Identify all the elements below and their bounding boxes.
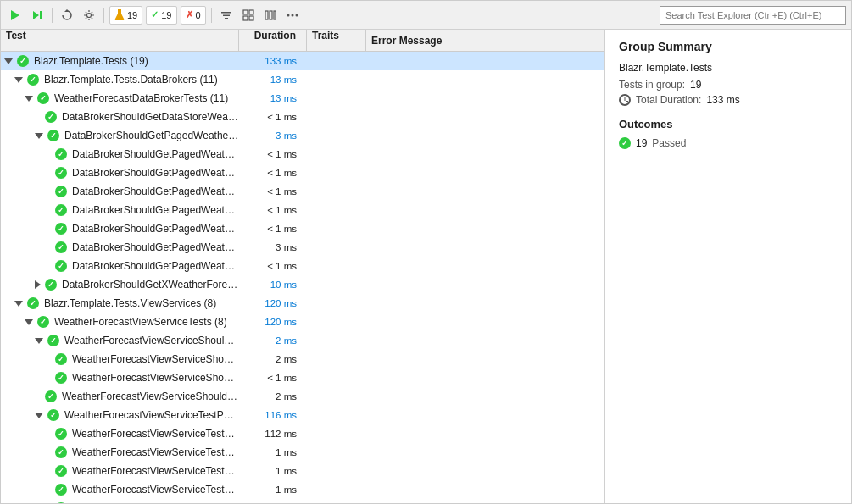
pass-icon [47, 130, 59, 141]
test-row[interactable]: WeatherForecastViewServiceShouldGetPaged… [1, 350, 604, 368]
run-button[interactable] [28, 6, 47, 25]
duration-cell: 116 ms [239, 410, 307, 420]
test-row[interactable]: WeatherForecastViewServiceTestPagingAsyn… [1, 499, 604, 503]
duration-cell: < 1 ms [239, 168, 307, 178]
test-row[interactable]: Blazr.Template.Tests.DataBrokers (11)13 … [1, 70, 604, 89]
expand-arrow[interactable] [14, 77, 23, 83]
test-row[interactable]: WeatherForecastViewServiceTests (8)120 m… [1, 313, 604, 331]
refresh-button[interactable] [58, 6, 76, 25]
test-row[interactable]: WeatherForecastViewServiceTestPagingAsyn… [1, 406, 604, 424]
test-row[interactable]: DataBrokerShouldGetPagedWeatherForecasts… [1, 126, 604, 145]
test-row[interactable]: DataBrokerShouldGetXWeatherForecastsAsyn… [1, 275, 604, 294]
test-row[interactable]: DataBrokerShouldGetPagedWeatherForecasts… [1, 238, 604, 257]
expand-arrow[interactable] [14, 301, 23, 307]
test-name-cell: Blazr.Template.Tests.DataBrokers (11) [1, 74, 239, 86]
test-row[interactable]: DataBrokerShouldGetPagedWeatherForecasts… [1, 182, 604, 201]
test-row[interactable]: WeatherForecastViewServiceTestPagingAsyn… [1, 443, 604, 462]
duration-cell: 120 ms [239, 298, 307, 308]
test-row[interactable]: DataBrokerShouldGetPagedWeatherForecasts… [1, 163, 604, 182]
test-name-cell: DataBrokerShouldGetPagedWeatherForecasts… [1, 186, 239, 197]
duration-cell: 1 ms [239, 466, 307, 476]
pass-icon [55, 484, 67, 496]
toolbar: 19 ✓ 19 ✗ 0 [1, 1, 851, 30]
svg-rect-8 [243, 10, 248, 14]
test-row[interactable]: DataBrokerShouldGetPagedWeatherForecasts… [1, 257, 604, 275]
filter-button[interactable] [217, 6, 236, 25]
test-name-text: WeatherForecastViewServiceShouldGetWeath… [62, 390, 239, 402]
col-error: Error Message [366, 35, 604, 47]
test-row[interactable]: DataBrokerShouldGetDataStoreWeatherForec… [1, 108, 604, 126]
expand-arrow[interactable] [35, 338, 43, 344]
summary-tests-row: Tests in group: 19 [619, 79, 838, 91]
test-name-cell: WeatherForecastViewServiceShouldGetPaged… [1, 335, 239, 346]
test-row[interactable]: DataBrokerShouldGetPagedWeatherForecasts… [1, 219, 604, 238]
test-row[interactable]: WeatherForecastViewServiceTestPagingAsyn… [1, 424, 604, 443]
svg-point-16 [291, 14, 293, 16]
pass-icon [55, 204, 67, 216]
test-name-cell: DataBrokerShouldGetDataStoreWeatherForec… [1, 111, 239, 123]
pass-icon [17, 55, 29, 67]
search-input[interactable] [660, 6, 846, 25]
pass-icon [47, 409, 59, 421]
test-name-cell: WeatherForecastViewServiceTests (8) [1, 316, 239, 328]
pass-icon [45, 279, 57, 291]
duration-cell: < 1 ms [239, 149, 307, 159]
test-row[interactable]: Blazr.Template.Tests (19)133 ms [1, 52, 604, 70]
test-row[interactable]: DataBrokerShouldGetPagedWeatherForecasts… [1, 145, 604, 163]
fail-badge[interactable]: ✗ 0 [181, 6, 206, 25]
test-row[interactable]: WeatherForecastDataBrokerTests (11)13 ms [1, 89, 604, 108]
duration-cell: 1 ms [239, 447, 307, 457]
pass-icon [27, 74, 39, 86]
columns-button[interactable] [261, 6, 280, 25]
pass-icon [45, 390, 57, 402]
settings-button[interactable] [80, 6, 98, 25]
expand-arrow[interactable] [25, 319, 33, 325]
expand-arrow[interactable] [4, 58, 13, 64]
pass-badge[interactable]: ✓ 19 [146, 6, 176, 25]
pass-icon [55, 241, 67, 253]
pass-icon [37, 316, 49, 328]
test-row[interactable]: WeatherForecastViewServiceTestPagingAsyn… [1, 462, 604, 480]
test-name-text: DataBrokerShouldGetXWeatherForecastsAsyn… [62, 279, 239, 291]
test-name-cell: Blazr.Template.Tests.ViewServices (8) [1, 297, 239, 309]
expand-arrow[interactable] [35, 133, 43, 139]
test-name-cell: WeatherForecastViewServiceTestPagingAsyn… [1, 484, 239, 496]
duration-cell: 133 ms [239, 56, 307, 66]
test-name-text: DataBrokerShouldGetPagedWeatherForecasts… [72, 148, 239, 160]
test-row[interactable]: WeatherForecastViewServiceTestPagingAsyn… [1, 480, 604, 499]
test-row[interactable]: Blazr.Template.Tests.ViewServices (8)120… [1, 294, 604, 313]
more-options-button[interactable] [283, 6, 302, 25]
test-name-text: Blazr.Template.Tests (19) [34, 55, 148, 67]
test-name-cell: DataBrokerShouldGetPagedWeatherForecasts… [1, 204, 239, 216]
test-name-text: DataBrokerShouldGetPagedWeatherForecasts… [72, 241, 239, 253]
pass-icon [37, 92, 49, 104]
test-name-cell: DataBrokerShouldGetPagedWeatherForecasts… [1, 148, 239, 160]
duration-cell: < 1 ms [239, 373, 307, 383]
duration-cell: 120 ms [239, 317, 307, 327]
svg-rect-6 [223, 14, 230, 16]
test-name-text: WeatherForecastViewServiceTestPagingAsyn… [64, 409, 239, 421]
pass-count: 19 [161, 10, 171, 20]
duration-cell: 10 ms [239, 280, 307, 290]
test-row[interactable]: WeatherForecastViewServiceShouldGetPaged… [1, 368, 604, 387]
duration-cell: < 1 ms [239, 224, 307, 234]
col-duration: Duration [239, 30, 307, 51]
test-row[interactable]: WeatherForecastViewServiceShouldGetWeath… [1, 387, 604, 406]
test-row[interactable]: WeatherForecastViewServiceShouldGetPaged… [1, 331, 604, 350]
group-button[interactable] [239, 6, 258, 25]
duration-cell: 3 ms [239, 130, 307, 141]
main-content: Test Duration Traits Error Message Blazr… [1, 30, 851, 503]
test-name-cell: DataBrokerShouldGetXWeatherForecastsAsyn… [1, 279, 239, 291]
expand-arrow[interactable] [35, 413, 43, 418]
collapse-arrow[interactable] [35, 280, 41, 289]
test-name-text: DataBrokerShouldGetPagedWeatherForecasts… [72, 204, 239, 216]
test-list: Blazr.Template.Tests (19)133 msBlazr.Tem… [1, 52, 604, 503]
total-duration-label: Total Duration: [636, 94, 701, 106]
duration-cell: < 1 ms [239, 205, 307, 215]
run-all-button[interactable] [6, 6, 25, 25]
total-duration-value: 133 ms [706, 94, 739, 106]
flask-badge[interactable]: 19 [109, 6, 142, 25]
expand-arrow[interactable] [25, 96, 33, 102]
svg-point-17 [295, 14, 298, 16]
test-row[interactable]: DataBrokerShouldGetPagedWeatherForecasts… [1, 201, 604, 219]
